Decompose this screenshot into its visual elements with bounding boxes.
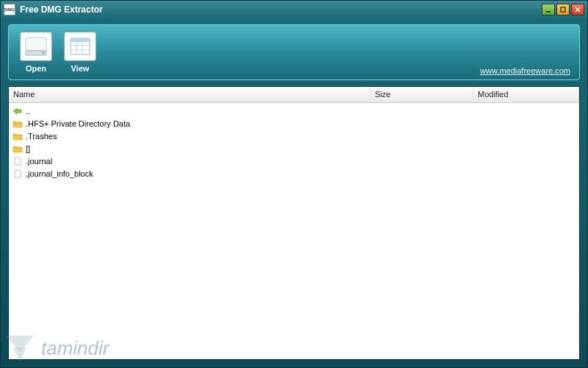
open-label: Open: [26, 64, 46, 73]
app-window: DMG Free DMG Extractor Open: [0, 0, 588, 368]
minimize-button[interactable]: [542, 4, 555, 15]
svg-rect-1: [561, 7, 565, 12]
maximize-icon: [560, 7, 566, 13]
file-icon: [12, 169, 24, 179]
toolbar: Open View www.mediafreeware.com: [8, 24, 580, 80]
minimize-icon: [545, 7, 551, 13]
open-button[interactable]: Open: [16, 32, 56, 73]
website-link[interactable]: www.mediafreeware.com: [480, 66, 570, 75]
close-button[interactable]: [571, 4, 584, 15]
svg-rect-8: [71, 38, 90, 42]
list-body[interactable]: ...HFS+ Private Directory Data.Trashes[]…: [9, 103, 579, 359]
file-name: []: [26, 144, 379, 153]
folder-row[interactable]: []: [9, 142, 579, 155]
app-icon: DMG: [4, 4, 15, 15]
column-header-name[interactable]: Name: [9, 87, 370, 102]
folder-row[interactable]: .Trashes: [9, 130, 579, 142]
up-arrow-icon: [12, 106, 24, 116]
file-icon: [12, 156, 24, 166]
svg-rect-4: [26, 38, 46, 51]
file-name: ..: [26, 107, 379, 116]
svg-rect-0: [546, 11, 551, 13]
file-row[interactable]: .journal: [9, 155, 579, 167]
file-name: .journal_info_block: [26, 169, 379, 178]
svg-marker-13: [13, 108, 21, 114]
titlebar[interactable]: DMG Free DMG Extractor: [1, 1, 587, 18]
file-name: .journal: [26, 157, 379, 166]
window-title: Free DMG Extractor: [20, 4, 542, 15]
maximize-button[interactable]: [556, 4, 570, 15]
svg-point-6: [43, 52, 44, 54]
parent-dir-row[interactable]: ..: [9, 105, 579, 117]
list-header: Name Size Modified: [9, 87, 579, 103]
file-list-panel: Name Size Modified ...HFS+ Private Direc…: [8, 86, 580, 360]
file-row[interactable]: .journal_info_block: [9, 167, 579, 180]
folder-icon: [12, 131, 24, 141]
folder-icon: [12, 118, 24, 129]
window-controls: [542, 4, 584, 15]
close-icon: [575, 7, 581, 13]
list-view-icon: [64, 32, 96, 61]
view-label: View: [71, 64, 90, 73]
column-header-size[interactable]: Size: [370, 87, 473, 102]
folder-icon: [12, 144, 24, 154]
column-header-modified[interactable]: Modified: [473, 87, 579, 102]
file-name: .HFS+ Private Directory Data: [26, 119, 379, 128]
view-button[interactable]: View: [60, 32, 100, 73]
file-name: .Trashes: [26, 132, 379, 141]
folder-row[interactable]: .HFS+ Private Directory Data: [9, 117, 579, 130]
drive-icon: [20, 32, 52, 61]
